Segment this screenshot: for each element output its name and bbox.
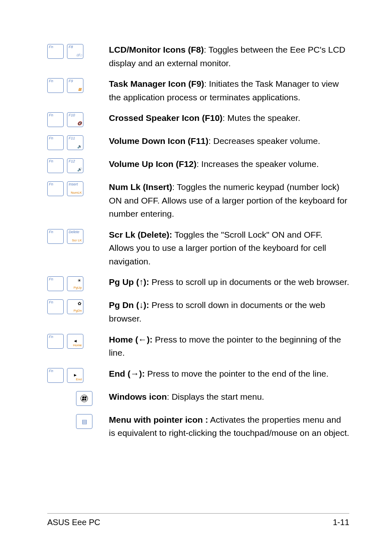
key-group: FnF12🔊 (47, 157, 109, 173)
shortcut-row: FnF12🔊Volume Up Icon (F12): Increases th… (47, 157, 349, 173)
content-area: FnF8⎚/▢LCD/Monitor Icons (F8): Toggles b… (47, 43, 349, 447)
shortcut-label: Task Manager Icon (F9) (109, 79, 204, 88)
shortcut-row: Fn▸EndEnd (→): Press to move the pointer… (47, 367, 349, 383)
keycap-bottom-icon: 🔊 (77, 168, 82, 171)
separator: : (167, 392, 172, 401)
key-group: Fn✿PgDn (47, 299, 109, 314)
footer-left: ASUS Eee PC (47, 518, 100, 527)
shortcut-row: Fn✿PgDnPg Dn (↓): Press to scroll down i… (47, 299, 349, 325)
keycap: Fn (47, 112, 64, 127)
keycap-top-label: F10 (69, 113, 75, 117)
keycap: Fn (47, 299, 64, 314)
shortcut-text: Press to scroll up in documents or the w… (152, 277, 349, 287)
keycap-top-label: Fn (49, 113, 53, 117)
shortcut-label: Crossed Speaker Icon (F10) (109, 113, 223, 123)
keycap-bottom-icon: 🔇 (77, 122, 82, 125)
shortcut-description: Pg Dn (↓): Press to scroll down in docum… (109, 299, 349, 325)
key-group: ▤ (47, 413, 109, 429)
keycap-top-label: Delete (69, 230, 79, 234)
shortcut-description: Home (←): Press to move the pointer to t… (109, 333, 349, 360)
shortcut-description: Scr Lk (Delete): Toggles the "Scroll Loc… (109, 228, 349, 269)
shortcut-label: LCD/Monitor Icons (F8) (109, 45, 204, 54)
keycap: Fn (47, 229, 64, 244)
shortcut-row: Fn☀PgUpPg Up (↑): Press to scroll up in … (47, 276, 349, 291)
keycap (76, 391, 92, 406)
keycap: Fn (47, 276, 64, 291)
key-group: FnInsertNumLK (47, 181, 109, 196)
shortcut-text: Displays the start menu. (172, 392, 264, 401)
keycap: Fn (47, 135, 64, 150)
separator: : (204, 45, 208, 54)
keycap: Fn (47, 78, 64, 93)
keycap-top-label: Fn (49, 137, 53, 140)
shortcut-description: End (→): Press to move the pointer to th… (109, 367, 349, 381)
shortcut-label: Windows icon (109, 392, 167, 401)
shortcut-label: Num Lk (Insert) (109, 182, 172, 192)
shortcut-description: Volume Up Icon (F12): Increases the spea… (109, 157, 349, 171)
keycap: F9▦ (67, 78, 83, 93)
shortcut-description: LCD/Monitor Icons (F8): Toggles between … (109, 43, 349, 70)
keycap: Fn (47, 334, 64, 349)
keycap-top-label: Fn (49, 79, 53, 83)
shortcut-row: Fn◂HomeHome (←): Press to move the point… (47, 333, 349, 360)
keycap: F8⎚/▢ (67, 44, 83, 59)
shortcut-text: Increases the speaker volume. (201, 159, 319, 169)
shortcut-label: Volume Down Icon (F11) (109, 136, 208, 146)
keycap-top-label: F11 (69, 137, 75, 140)
shortcut-label: Pg Up (↑): (109, 277, 149, 287)
shortcut-description: Windows icon: Displays the start menu. (109, 390, 349, 404)
shortcut-label: Pg Dn (↓): (109, 300, 149, 310)
keycap-top-label: F12 (69, 160, 75, 163)
key-group: FnF10🔇 (47, 111, 109, 127)
keycap-sub-label: PgDn (74, 309, 82, 313)
footer-right: 1-11 (333, 518, 349, 527)
keycap-sub-label: Scr LK (72, 239, 82, 242)
keycap-top-label: Fn (49, 301, 53, 304)
shortcut-label: Menu with pointer icon : (109, 415, 208, 424)
separator: : (204, 79, 209, 88)
keycap: Fn (47, 44, 64, 59)
keycap-arrow-icon: ▸ (74, 372, 77, 377)
keycap: Fn (47, 181, 64, 196)
separator: : (196, 159, 201, 169)
shortcut-label: End (→): (109, 369, 145, 378)
windows-logo-icon (81, 395, 88, 402)
shortcut-description: Crossed Speaker Icon (F10): Mutes the sp… (109, 111, 349, 125)
keycap-top-label: Fn (49, 183, 53, 186)
keycap-sub-label: End (76, 378, 82, 381)
keycap: InsertNumLK (67, 181, 83, 196)
keycap-symbol-icon: ✿ (78, 301, 81, 306)
shortcut-row: FnDeleteScr LKScr Lk (Delete): Toggles t… (47, 228, 349, 269)
keycap-sub-label: PgUp (74, 286, 82, 289)
keycap-top-label: Fn (49, 278, 53, 281)
shortcut-description: Volume Down Icon (F11): Decreases speake… (109, 134, 349, 148)
keycap-sub-label: NumLK (71, 191, 82, 194)
separator: : (223, 113, 228, 123)
keycap-top-label: Insert (69, 183, 78, 186)
key-group: FnF8⎚/▢ (47, 43, 109, 59)
keycap-top-label: F8 (69, 45, 73, 49)
shortcut-description: Menu with pointer icon : Activates the p… (109, 413, 349, 440)
keycap: F10🔇 (67, 112, 83, 127)
keycap-arrow-icon: ◂ (74, 338, 77, 343)
keycap: Fn (47, 158, 64, 173)
keycap-bottom-icon: ▦ (78, 88, 82, 91)
keycap: ▤ (76, 414, 92, 429)
keycap-bottom-icon: 🔉 (77, 145, 82, 148)
shortcut-row: FnInsertNumLKNum Lk (Insert): Toggles th… (47, 181, 349, 221)
shortcut-row: FnF8⎚/▢LCD/Monitor Icons (F8): Toggles b… (47, 43, 349, 70)
keycap: F11🔉 (67, 135, 83, 150)
keycap-top-label: Fn (49, 45, 53, 49)
key-group: FnF9▦ (47, 77, 109, 93)
shortcut-row: ▤Menu with pointer icon : Activates the … (47, 413, 349, 440)
shortcut-description: Num Lk (Insert): Toggles the numeric key… (109, 181, 349, 221)
shortcut-text: Decreases speaker volume. (213, 136, 320, 146)
separator: : (208, 136, 213, 146)
keycap-top-label: Fn (49, 230, 53, 234)
key-group: Fn☀PgUp (47, 276, 109, 291)
shortcut-row: FnF9▦Task Manager Icon (F9): Initiates t… (47, 77, 349, 104)
keycap: ☀PgUp (67, 276, 83, 291)
keycap: F12🔊 (67, 158, 83, 173)
shortcut-label: Scr Lk (Delete): (109, 230, 172, 239)
keycap: ✿PgDn (67, 299, 83, 314)
